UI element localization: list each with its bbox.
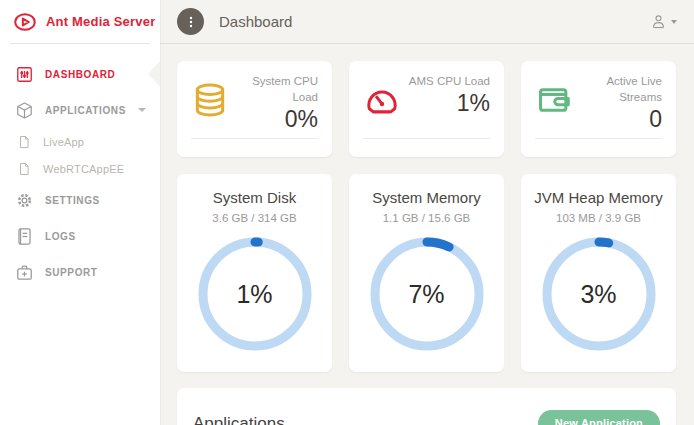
brand-name: Ant Media Server bbox=[46, 14, 155, 29]
sidebar-item-label: LOGS bbox=[45, 231, 76, 242]
stat-card-ams-cpu: AMS CPU Load 1% bbox=[349, 61, 504, 157]
gauges-row: System Disk 3.6 GB / 314 GB 1% System Me… bbox=[177, 174, 676, 372]
user-menu[interactable] bbox=[650, 13, 677, 30]
gauge-percent: 1% bbox=[197, 236, 313, 352]
sidebar-item-dashboard[interactable]: DASHBOARD bbox=[0, 56, 160, 92]
sidebar-item-settings[interactable]: SETTINGS bbox=[0, 182, 160, 218]
logs-icon bbox=[15, 227, 34, 246]
gauge-title: JVM Heap Memory bbox=[521, 189, 676, 206]
gauge-title: System Memory bbox=[349, 189, 504, 206]
gauge-subtitle: 1.1 GB / 15.6 GB bbox=[349, 212, 504, 224]
stat-value: 0 bbox=[577, 106, 662, 133]
chevron-down-icon bbox=[671, 20, 677, 24]
donut-gauge: 1% bbox=[197, 236, 313, 352]
sidebar-item-label: DASHBOARD bbox=[45, 69, 115, 80]
donut-gauge: 7% bbox=[369, 236, 485, 352]
chevron-down-icon bbox=[138, 108, 146, 112]
sidebar-item-liveapp[interactable]: LiveApp bbox=[0, 128, 160, 155]
sidebar-item-label: SETTINGS bbox=[45, 195, 100, 206]
gauge-subtitle: 3.6 GB / 314 GB bbox=[177, 212, 332, 224]
gauge-card-jvm-heap: JVM Heap Memory 103 MB / 3.9 GB 3% bbox=[521, 174, 676, 372]
vertical-dots-icon bbox=[184, 15, 198, 29]
support-icon bbox=[15, 263, 34, 282]
user-icon bbox=[650, 13, 667, 30]
sidebar-item-support[interactable]: SUPPORT bbox=[0, 254, 160, 290]
sidebar-item-webrtcappee[interactable]: WebRTCAppEE bbox=[0, 155, 160, 182]
sidebar-item-label: APPLICATIONS bbox=[45, 105, 126, 116]
stat-footer bbox=[191, 139, 318, 149]
wallet-icon bbox=[535, 81, 577, 123]
sidebar: Ant Media Server DASHBOARD bbox=[0, 0, 160, 425]
ant-media-logo-icon bbox=[12, 9, 38, 35]
stat-footer bbox=[363, 139, 490, 149]
stat-label: Active Live Streams bbox=[577, 73, 662, 105]
content: System CPU Load 0% bbox=[160, 44, 694, 425]
gauge-card-system-memory: System Memory 1.1 GB / 15.6 GB 7% bbox=[349, 174, 504, 372]
file-icon bbox=[17, 162, 31, 176]
gear-icon bbox=[15, 191, 34, 210]
applications-title: Applications bbox=[193, 412, 285, 425]
gauge-title: System Disk bbox=[177, 189, 332, 206]
gauge-subtitle: 103 MB / 3.9 GB bbox=[521, 212, 676, 224]
stat-card-system-cpu: System CPU Load 0% bbox=[177, 61, 332, 157]
stat-value: 1% bbox=[405, 90, 490, 117]
file-icon bbox=[17, 135, 31, 149]
dashboard-icon bbox=[15, 65, 34, 84]
menu-toggle-button[interactable] bbox=[177, 8, 204, 35]
cube-icon bbox=[15, 101, 34, 120]
stat-card-active-streams: Active Live Streams 0 bbox=[521, 61, 676, 157]
sidebar-item-label: WebRTCAppEE bbox=[43, 163, 124, 175]
gauge-card-system-disk: System Disk 3.6 GB / 314 GB 1% bbox=[177, 174, 332, 372]
sidebar-item-label: LiveApp bbox=[43, 136, 84, 148]
sidebar-item-label: SUPPORT bbox=[45, 267, 98, 278]
stat-label: AMS CPU Load bbox=[405, 73, 490, 89]
sidebar-nav: DASHBOARD APPLICATIONS bbox=[0, 44, 160, 290]
brand[interactable]: Ant Media Server bbox=[0, 0, 160, 43]
page-title: Dashboard bbox=[219, 13, 292, 30]
gauge-percent: 3% bbox=[541, 236, 657, 352]
new-application-button[interactable]: New Application bbox=[538, 410, 660, 425]
stat-footer bbox=[535, 139, 662, 149]
stat-label: System CPU Load bbox=[233, 73, 318, 105]
sidebar-item-applications[interactable]: APPLICATIONS bbox=[0, 92, 160, 128]
stats-row: System CPU Load 0% bbox=[177, 61, 676, 157]
stat-value: 0% bbox=[233, 106, 318, 133]
gauge-percent: 7% bbox=[369, 236, 485, 352]
main-area: Dashboard bbox=[160, 0, 694, 425]
database-icon bbox=[191, 81, 233, 123]
app-window: Ant Media Server DASHBOARD bbox=[0, 0, 694, 425]
topbar: Dashboard bbox=[160, 0, 694, 44]
applications-section: Applications New Application bbox=[177, 388, 676, 425]
donut-gauge: 3% bbox=[541, 236, 657, 352]
sidebar-item-logs[interactable]: LOGS bbox=[0, 218, 160, 254]
gauge-icon bbox=[363, 81, 405, 123]
